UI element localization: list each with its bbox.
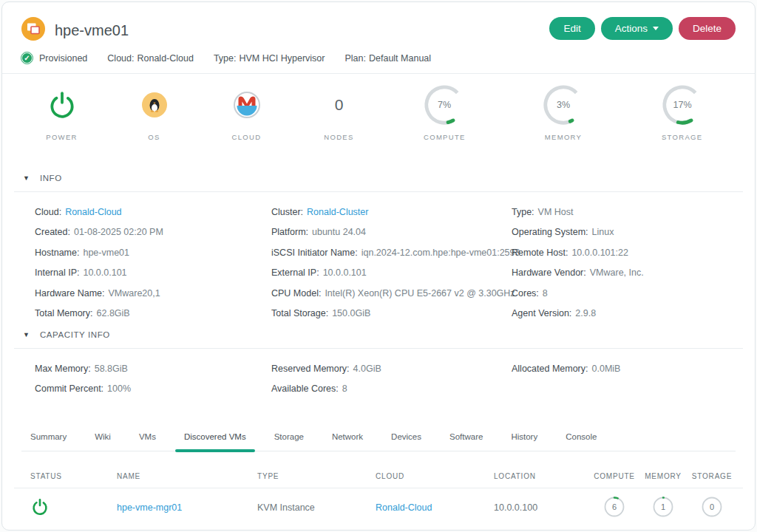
host-type-icon [21, 17, 45, 44]
host-detail-card: hpe-vme01 Edit Actions Delete ✓ Provisio… [1, 1, 756, 531]
tab-summary[interactable]: Summary [21, 432, 75, 451]
cloud-link[interactable]: Ronald-Cloud [65, 207, 121, 217]
col-header-memory: MEMORY [639, 472, 688, 480]
morpheus-cloud-icon [232, 85, 262, 125]
tab-vms[interactable]: VMs [130, 432, 165, 451]
subtitle-cloud: Cloud:Ronald-Cloud [107, 53, 194, 64]
power-icon [47, 85, 78, 125]
subtitle-row: ✓ Provisioned Cloud:Ronald-Cloud Type:HV… [2, 44, 755, 73]
col-header-status: STATUS [24, 472, 117, 480]
actions-button-label: Actions [615, 23, 648, 34]
stat-compute-gauge: 7% COMPUTE [385, 85, 504, 141]
discovered-vms-table: STATUS NAME TYPE CLOUD LOCATION COMPUTE … [2, 472, 755, 527]
capacity-allocated-memory: Allocated Memory:0.0MiB [512, 364, 755, 374]
stat-memory-gauge: 3% MEMORY [504, 85, 623, 141]
info-operating-system: Operating System:Linux [512, 227, 755, 237]
row-name-link[interactable]: hpe-vme-mgr01 [117, 502, 257, 513]
row-memory-gauge: 1 [652, 496, 674, 520]
page-title: hpe-vme01 [55, 22, 129, 39]
subtitle-type: Type:HVM HCI Hypervisor [214, 53, 325, 64]
stat-cloud: CLOUD [200, 85, 293, 141]
stat-storage-gauge: 17% STORAGE [622, 85, 741, 141]
info-agent-version: Agent Version:2.9.8 [512, 308, 755, 318]
info-section-title: INFO [40, 174, 62, 183]
delete-button[interactable]: Delete [679, 17, 736, 40]
tab-console[interactable]: Console [557, 432, 605, 451]
col-header-cloud: CLOUD [376, 472, 494, 480]
tab-history[interactable]: History [502, 432, 546, 451]
info-remote-host: Remote Host:10.0.0.101:22 [512, 248, 755, 258]
tab-network[interactable]: Network [323, 432, 372, 451]
row-cloud-link[interactable]: Ronald-Cloud [376, 502, 494, 513]
info-external-ip: External IP:10.0.0.101 [271, 267, 512, 278]
info-total-storage: Total Storage:150.0GiB [271, 308, 512, 318]
info-collapse-triangle-icon[interactable]: ▼ [23, 174, 30, 182]
info-type: Type:VM Host [512, 207, 755, 217]
caret-down-icon [653, 27, 659, 30]
col-header-name: NAME [117, 472, 257, 480]
stats-row: POWER OS [2, 74, 755, 141]
status-badge: ✓ Provisioned [21, 52, 87, 64]
info-cores: Cores:8 [512, 288, 755, 299]
info-internal-ip: Internal IP:10.0.0.101 [35, 267, 271, 278]
info-hostname: Hostname:hpe-vme01 [35, 248, 271, 258]
svg-text:7%: 7% [438, 100, 451, 110]
cluster-link[interactable]: Ronald-Cluster [307, 207, 368, 217]
provisioned-check-icon: ✓ [21, 52, 33, 64]
info-platform: Platform:ubuntu 24.04 [271, 227, 512, 237]
capacity-max-memory: Max Memory:58.8GiB [35, 364, 271, 374]
tab-software[interactable]: Software [441, 432, 492, 451]
info-cloud: Cloud:Ronald-Cloud [35, 207, 271, 217]
info-cluster: Cluster:Ronald-Cluster [271, 207, 512, 217]
col-header-compute: COMPUTE [590, 472, 639, 480]
tab-devices[interactable]: Devices [382, 432, 430, 451]
tab-storage[interactable]: Storage [265, 432, 313, 451]
capacity-reserved-memory: Reserved Memory:4.0GiB [271, 364, 512, 374]
svg-text:0: 0 [710, 502, 714, 511]
col-header-type: TYPE [257, 472, 376, 480]
stat-os: OS [108, 85, 200, 141]
info-total-memory: Total Memory:62.8GiB [35, 308, 271, 318]
col-header-location: LOCATION [494, 472, 590, 480]
info-created: Created:01-08-2025 02:20 PM [35, 227, 271, 237]
table-header-row: STATUS NAME TYPE CLOUD LOCATION COMPUTE … [2, 472, 755, 480]
tab-wiki[interactable]: Wiki [86, 432, 120, 451]
info-iscsi-initiator: iSCSI Initiator Name:iqn.2024-12.com.hpe… [271, 248, 512, 258]
tab-discovered-vms[interactable]: Discovered VMs [175, 432, 255, 451]
header: hpe-vme01 Edit Actions Delete [2, 2, 755, 44]
capacity-available-cores: Available Cores:8 [271, 383, 512, 394]
info-cpu-model: CPU Model:Intel(R) Xeon(R) CPU E5-2667 v… [271, 288, 512, 299]
row-type: KVM Instance [257, 502, 376, 513]
tab-bar: Summary Wiki VMs Discovered VMs Storage … [21, 432, 736, 451]
stat-nodes: 0 NODES [293, 85, 385, 141]
row-power-icon [24, 497, 117, 519]
stat-power: POWER [16, 85, 108, 141]
svg-text:17%: 17% [673, 100, 691, 110]
subtitle-plan: Plan:Default Manual [344, 53, 431, 64]
svg-text:3%: 3% [557, 100, 570, 110]
row-storage-gauge: 0 [701, 496, 723, 520]
status-text: Provisioned [39, 53, 87, 64]
capacity-commit-percent: Commit Percent:100% [35, 383, 271, 394]
svg-text:6: 6 [612, 502, 617, 511]
row-location: 10.0.0.100 [494, 502, 590, 513]
capacity-section-title: CAPACITY INFO [40, 330, 110, 339]
table-row[interactable]: hpe-vme-mgr01 KVM Instance Ronald-Cloud … [2, 488, 755, 527]
edit-button[interactable]: Edit [549, 17, 594, 40]
capacity-section: ▼ CAPACITY INFO Max Memory:58.8GiB Commi… [2, 330, 755, 394]
actions-button[interactable]: Actions [601, 17, 673, 40]
info-section: ▼ INFO Cloud:Ronald-Cloud Created:01-08-… [2, 174, 755, 318]
info-hardware-name: Hardware Name:VMware20,1 [35, 288, 271, 299]
linux-os-icon [140, 85, 169, 125]
capacity-collapse-triangle-icon[interactable]: ▼ [23, 331, 30, 338]
svg-text:1: 1 [661, 502, 665, 511]
info-hardware-vendor: Hardware Vendor:VMware, Inc. [512, 267, 755, 278]
col-header-storage: STORAGE [688, 472, 736, 480]
row-compute-gauge: 6 [603, 496, 625, 520]
nodes-count: 0 [335, 96, 344, 114]
